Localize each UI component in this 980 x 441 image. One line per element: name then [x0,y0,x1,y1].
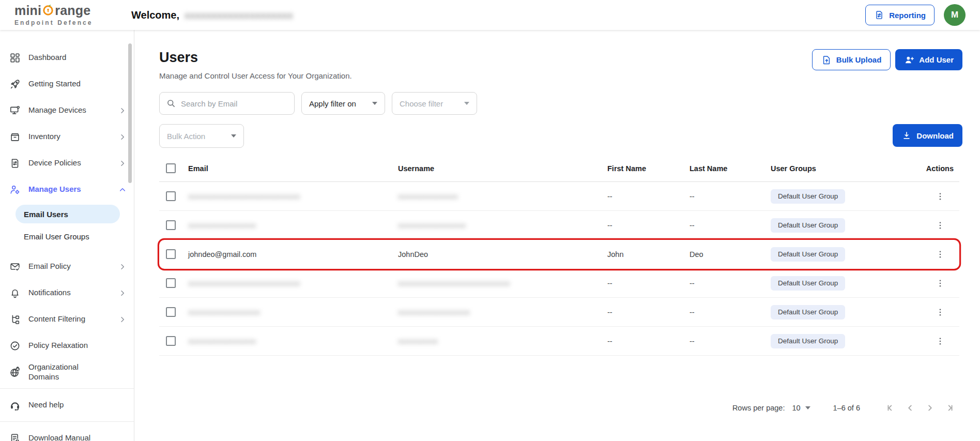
chevron-down-icon [372,102,377,105]
search-icon [166,98,176,109]
main-content: Users Manage and Control User Access for… [134,30,980,441]
sidebar-item-device-policies[interactable]: Device Policies [0,150,134,176]
users-table: Email Username First Name Last Name User… [159,155,959,356]
row-checkbox[interactable] [166,220,176,230]
first-name-cell: -- [607,308,690,316]
username-cell: JohnDeo [398,250,607,258]
choose-filter-label: Choose filter [400,99,443,108]
sidebar-item-download-manual[interactable]: Download Manual [0,425,134,441]
search-input[interactable] [181,99,288,108]
app-window: mini range Endpoint Defence Welcome, xxx… [0,0,980,441]
row-checkbox[interactable] [166,191,176,201]
sidebar-item-manage-devices[interactable]: Manage Devices [0,97,134,124]
email-cell: xxxxxxxxxxxxxxxxxx [188,308,398,316]
column-header-email: Email [188,164,398,173]
row-checkbox[interactable] [166,278,176,288]
add-user-button[interactable]: Add User [895,49,962,70]
sidebar-item-label: Manage Devices [28,105,86,115]
select-all-checkbox[interactable] [166,163,176,173]
sidebar-divider [0,421,134,422]
sidebar-subitem-email-user-groups[interactable]: Email User Groups [16,227,120,246]
sidebar-item-label: Email Policy [28,262,71,271]
reporting-button[interactable]: Reporting [865,5,935,25]
row-actions-kebab-icon[interactable] [933,219,947,232]
user-gear-icon [9,184,21,195]
sidebar-nav: DashboardGetting StartedManage DevicesIn… [0,30,134,441]
user-group-chip: Default User Group [771,189,845,204]
chevron-right-icon [118,263,127,271]
headset-icon [9,400,21,411]
sidebar-item-notifications[interactable]: Notifications [0,280,134,306]
table-row: xxxxxxxxxxxxxxxxxxxxxxxxxxxxxxxxxxxxxxxx… [159,269,959,298]
row-actions-kebab-icon[interactable] [933,190,947,203]
next-page-icon[interactable] [920,398,940,418]
user-group-chip: Default User Group [771,334,845,348]
row-checkbox[interactable] [166,307,176,317]
user-group-chip: Default User Group [771,247,845,262]
pagination-range: 1–6 of 6 [833,404,860,412]
first-name-cell: John [607,250,690,258]
reporting-label: Reporting [889,11,926,20]
table-row: xxxxxxxxxxxxxxxxxxxxxxxxxxxxxxxxxx----De… [159,211,959,240]
sidebar-item-label: Dashboard [28,53,66,63]
chevron-right-icon [118,315,127,324]
sidebar-scrollbar[interactable] [128,43,132,183]
pagination-bar: Rows per page: 10 1–6 of 6 [732,398,959,418]
sidebar-item-manage-users[interactable]: Manage Users [0,176,134,203]
table-header-row: Email Username First Name Last Name User… [159,155,959,182]
email-cell: xxxxxxxxxxxxxxxxxxxxxxxxxxxx [188,279,398,287]
sidebar-item-getting-started[interactable]: Getting Started [0,71,134,97]
bulk-action-dropdown[interactable]: Bulk Action [159,124,244,148]
chevron-right-icon [118,133,127,141]
username-cell: xxxxxxxxxx [398,337,607,345]
sidebar-item-dashboard[interactable]: Dashboard [0,44,134,71]
sidebar-item-need-help[interactable]: Need help [0,392,134,418]
row-checkbox[interactable] [166,336,176,346]
first-page-icon[interactable] [881,398,900,418]
miniorange-o-icon [42,4,54,18]
row-checkbox[interactable] [166,249,176,259]
last-page-icon[interactable] [940,398,959,418]
download-button[interactable]: Download [893,124,962,147]
user-avatar[interactable]: M [944,4,966,26]
file-upload-icon [821,55,832,65]
table-row-highlighted: johndeo@gmail.comJohnDeoJohnDeoDefault U… [159,240,959,269]
logo-text-left: mini [14,4,41,17]
sidebar-item-label: Content Filtering [28,314,85,324]
check-circle-icon [9,340,21,352]
table-row: xxxxxxxxxxxxxxxxxxxxxxxxxxxxxxxxxxxxxxxx… [159,182,959,211]
dashboard-icon [9,52,21,64]
row-actions-kebab-icon[interactable] [933,334,947,348]
column-header-username: Username [398,164,607,173]
rows-per-page-value: 10 [792,404,800,412]
row-actions-kebab-icon[interactable] [933,248,947,261]
sidebar-item-content-filtering[interactable]: Content Filtering [0,306,134,332]
sidebar-item-inventory[interactable]: Inventory [0,124,134,150]
previous-page-icon[interactable] [900,398,920,418]
username-cell: xxxxxxxxxxxxxxxxxx [398,308,607,316]
welcome-username-redacted: xxxxxxxxxxxxxxxxxxxx [185,10,293,21]
row-actions-kebab-icon[interactable] [933,306,947,319]
sidebar-divider [0,388,134,389]
row-actions-kebab-icon[interactable] [933,277,947,290]
sidebar-item-label: Need help [28,400,64,410]
last-name-cell: Deo [690,250,771,258]
column-header-last-name: Last Name [690,164,771,173]
apply-filter-dropdown[interactable]: Apply filter on [301,92,385,115]
bulk-upload-button[interactable]: Bulk Upload [812,49,891,70]
choose-filter-dropdown[interactable]: Choose filter [392,92,477,115]
chevron-right-icon [118,159,127,168]
policy-file-icon [9,158,21,169]
person-add-icon [904,55,914,65]
column-header-first-name: First Name [607,164,690,173]
sidebar-item-label: Download Manual [28,433,90,441]
sidebar-item-email-policy[interactable]: Email Policy [0,253,134,280]
sidebar-item-policy-relaxation[interactable]: Policy Relaxation [0,332,134,359]
sidebar-item-label: Notifications [28,288,71,298]
column-header-actions: Actions [926,164,959,173]
first-name-cell: -- [607,279,690,287]
bulk-action-label: Bulk Action [167,132,205,141]
sidebar-subitem-email-users[interactable]: Email Users [16,205,120,223]
rows-per-page-select[interactable]: 10 [792,404,810,412]
sidebar-item-organizational-domains[interactable]: Organizational Domains [0,359,134,385]
